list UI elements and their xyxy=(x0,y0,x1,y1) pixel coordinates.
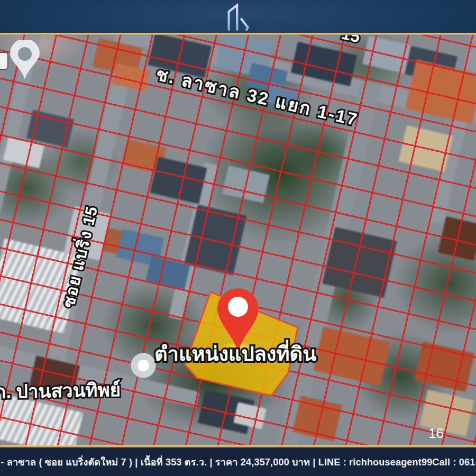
richhouse-logo-icon xyxy=(217,2,259,31)
parcel-position-label: ตำแหน่งแปลงที่ดิน ตำแหน่งแปลงที่ดิน xyxy=(154,342,316,367)
page-number: 16 xyxy=(428,425,444,442)
listing-flyer: ช. ลาซาล 32 แยก 1-17 ช. ลาซาล 32 แยก 1-1… xyxy=(0,0,476,476)
listing-caption: ถนนแบริ่ง - ลาซาล ( ซอย แบริ่งตัดใหม่ 7 … xyxy=(0,454,476,470)
footer-bar: ถนนแบริ่ง - ลาซาล ( ซอย แบริ่งตัดใหม่ 7 … xyxy=(0,447,476,476)
header-bar xyxy=(0,0,476,33)
map-label-fragment xyxy=(0,53,7,69)
gray-map-pin-icon xyxy=(8,40,41,80)
place-label-pansuanthip-text: ก. ปานสวนทิพย์ xyxy=(0,379,121,402)
parcel-position-label-text: ตำแหน่งแปลงที่ดิน xyxy=(154,343,316,365)
place-label-pansuanthip: ก. ปานสวนทิพย์ ก. ปานสวนทิพย์ xyxy=(0,379,121,403)
satellite-map: ช. ลาซาล 32 แยก 1-17 ช. ลาซาล 32 แยก 1-1… xyxy=(0,35,476,445)
place-poi-icon xyxy=(129,351,158,380)
